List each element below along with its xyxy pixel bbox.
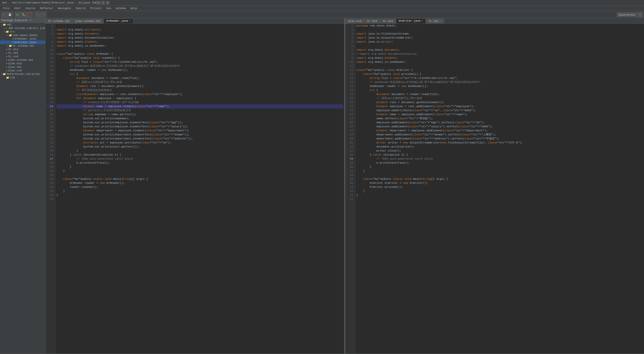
menu-item-navigate[interactable]: Navigate [56,6,73,10]
code-line-37: } [356,169,643,173]
code-line-15: SAXReader reader = new SAXReader(); [56,68,343,72]
pe-item-xml[interactable]: ▾📁xml [0,23,45,26]
quick-access-button[interactable]: Quick Access [617,12,637,17]
forward-button[interactable]: → [41,12,46,17]
code-line-37: // TODO Auto-generated catch block [56,157,343,161]
code-line-31: document.write(writer); [356,145,643,149]
code-line-13: class="kw">public void writeXml() { [356,72,643,76]
tab-close-hr-xml[interactable]: × [440,20,441,23]
code-line-8: import org.dom4j.Element; [56,40,343,44]
code-line-41: hrWriter.writeXml(); [356,185,643,189]
menu-item-window[interactable]: Window [114,6,128,10]
line-number-27: 27 [46,116,53,121]
pe-item-hr-schema-xml[interactable]: ▾📁hr-schema.xml [0,44,45,48]
tab-close-hrreader-java[interactable]: × [129,20,131,22]
line-number-24: 24 [346,116,353,121]
pe-item-hr-xsd[interactable]: ◈hr.xsd [0,55,45,58]
code-line-1: package com.imooc.dom4j; [356,24,643,28]
line-number-29: 29 [46,125,53,129]
menu-item-source[interactable]: Source [23,6,38,10]
menu-item-search[interactable]: Search [74,6,88,10]
code-line-36: } [356,165,643,169]
save-button[interactable]: 💾 [7,12,13,17]
pe-item-src[interactable]: ▾📁src [0,30,45,34]
line-number-35: 35 [46,149,53,153]
tab-plan-xsd[interactable]: plan.xsd [345,19,364,23]
pe-item-hr-xml[interactable]: ◈hr.xml [0,51,45,55]
pe-item-com-imooc-dom4j[interactable]: ▾📁com.imooc.dom4j [0,34,45,37]
tab-close-hrwriter-java[interactable]: × [421,20,423,22]
line-number-40: 40 [346,181,353,185]
line-number-33: 33 [346,153,353,157]
line-number-19: 19 [346,96,353,100]
line-number-5: 5 [46,28,53,32]
code-line-28: System.out.println(employee.elementText(… [56,121,343,125]
code-line-7: import org.dom4j.Document; [356,48,643,52]
code-line-13: String file = class="str">"G:/123456/xml… [56,60,343,64]
code-line-26: employee.addElement(class="str">"salary"… [356,125,643,129]
pe-item-plan-schema-xml[interactable]: ◈plan-schema.xml [0,58,45,62]
pe-item-plan-xml[interactable]: ◈plan.xml [0,65,45,69]
line-number-26: 26 [46,112,53,116]
tab-hr-dtd[interactable]: hr.dtd [364,19,380,23]
view-menu-button[interactable]: ≡ [637,12,643,17]
menu-item-run[interactable]: Run [104,6,113,10]
code-line-25: employee.addElement(class="str">"age").s… [356,121,643,125]
line-number-23: 23 [346,112,353,116]
code-line-6 [356,44,643,48]
close-button[interactable]: × [106,1,109,5]
line-number-16: 16 [346,84,353,88]
tab-hrwriter-java[interactable]: HrWriter.java× [396,18,426,23]
left-tab-bar: hr-schema.xmlplan-schema.xmlHrReader.jav… [45,18,344,24]
tab-hr-asd[interactable]: hr.asd [380,19,396,23]
back-button[interactable]: ← [35,12,40,17]
code-line-39: class="kw">public static void main(Strin… [356,177,643,181]
minimize-button[interactable]: — [97,1,100,5]
left-code-area[interactable]: 4567891011121314151617181920212223242526… [45,24,344,353]
left-code-content[interactable]: import org.dom4j.Attribute;import org.do… [55,24,344,353]
menu-item-project[interactable]: Project [88,6,104,10]
package-explorer-content[interactable]: ▾📁xml▾☕JRE System Library [JavaSE-1.8]▾📁… [0,23,45,353]
menu-item-refactor[interactable]: Refactor [38,6,55,10]
code-line-33: } catch (Exception e) { [356,153,643,157]
menu-item-file[interactable]: File [1,6,12,10]
code-line-32: System.out.println(department.elementTex… [56,137,343,141]
pe-item-jre-system-library--javase-1-8-[interactable]: ▾☕JRE System Library [JavaSE-1.8] [0,26,45,30]
menu-item-edit[interactable]: Edit [12,6,23,10]
line-number-42: 42 [46,177,53,181]
debug-button[interactable]: 🐛 [21,12,26,17]
code-line-14: // SAXReader类是读取xml文件的核心类,用于将xml解析后以"树"的… [56,64,343,68]
code-line-24: name.setText(class="str">"李佳虹"); [356,116,643,121]
line-number-39: 39 [46,165,53,169]
pe-item-referenced-libraries[interactable]: ▾📁Referenced Libraries [0,72,45,76]
right-code-area[interactable]: 1234567891011121314151617181920212223242… [345,24,644,353]
pe-item-plan-xsd[interactable]: ◈plan.xsd [0,69,45,72]
pe-item-plan-dtd[interactable]: ◈plan.dtd [0,62,45,65]
titlebar-controls[interactable]: — □ × [97,1,109,5]
right-code-content[interactable]: package com.imooc.dom4j; import java.io.… [355,24,644,353]
tab-hr-xml[interactable]: hr.xml× [426,19,444,23]
pe-item-lib[interactable]: 📁lib [0,76,45,79]
code-line-8: //import org.dom4j.DocumentException; [356,52,643,56]
pe-item-hrwriter-java[interactable]: JHrWriter.java [0,41,45,44]
line-number-43: 43 [346,193,353,197]
code-line-28: department.addElement(class="str">"dname… [356,133,643,137]
code-line-22: employee.addAttribute(class="str">"no", … [356,108,643,112]
tab-hrreader-java[interactable]: HrReader.java× [104,18,133,23]
maximize-button[interactable]: □ [101,1,105,5]
code-line-40: } [56,169,343,173]
tab-plan-schema-xml[interactable]: plan-schema.xml [73,19,103,23]
code-line-34: // TODO Auto-generated catch block [356,157,643,161]
pe-item-hr-dtd[interactable]: ◈hr.dtd [0,48,45,51]
run-button[interactable]: ▶ [15,12,20,17]
tab-hr-schema-xml[interactable]: hr-schema.xml [45,19,73,23]
stop-button[interactable]: ■ [27,12,33,17]
new-button[interactable]: □ [1,12,7,17]
pe-item-hrreader-java[interactable]: JHrReader.java [0,37,45,41]
code-line-29: System.out.println(employee.elementText(… [56,125,343,129]
code-line-29: department.addElement(class="str">"addre… [356,137,643,141]
line-number-6: 6 [346,44,353,48]
code-line-21: Element employee = root.addElement(class… [356,104,643,108]
menu-item-help[interactable]: Help [128,6,139,10]
code-line-5: import org.dom4j.Attribute; [56,28,343,32]
